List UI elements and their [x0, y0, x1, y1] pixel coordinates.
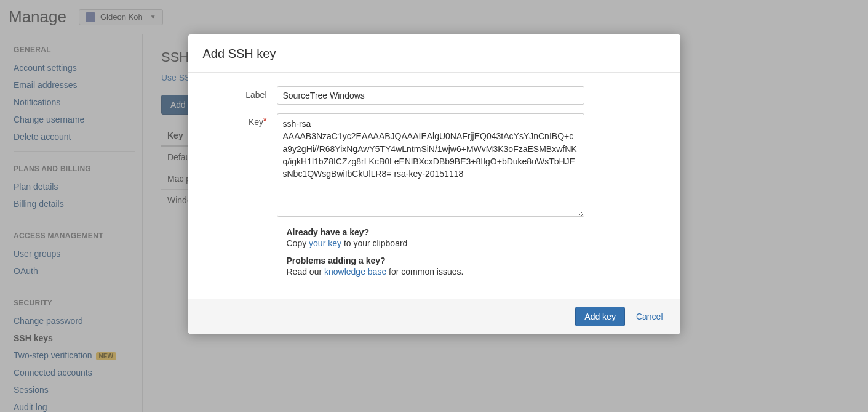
modal-overlay: Add SSH key Label Key* ssh-rsa AAAAB3Nza… — [0, 0, 868, 412]
knowledge-base-link[interactable]: knowledge base — [324, 267, 386, 277]
key-textarea[interactable]: ssh-rsa AAAAB3NzaC1yc2EAAAABJQAAAIEAlgU0… — [277, 113, 584, 217]
add-ssh-key-modal: Add SSH key Label Key* ssh-rsa AAAAB3Nza… — [188, 34, 680, 334]
modal-footer: Add key Cancel — [188, 299, 680, 334]
modal-cancel-button[interactable]: Cancel — [630, 307, 669, 326]
key-field-label: Key* — [203, 113, 277, 127]
your-key-link[interactable]: your key — [309, 238, 341, 248]
modal-title: Add SSH key — [203, 47, 666, 61]
modal-add-key-button[interactable]: Add key — [575, 307, 625, 326]
label-field-label: Label — [203, 86, 277, 100]
modal-header: Add SSH key — [188, 34, 680, 73]
label-input[interactable] — [277, 86, 584, 105]
already-have-heading: Already have a key? — [287, 227, 666, 237]
problems-heading: Problems adding a key? — [287, 256, 666, 265]
